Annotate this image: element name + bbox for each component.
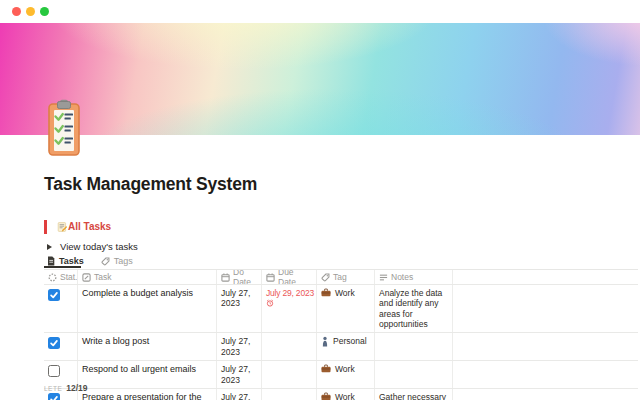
table-row: Respond to all urgent emailsJuly 27, 202…	[44, 361, 638, 389]
column-header-notes[interactable]: Notes	[375, 270, 453, 284]
notes-icon	[379, 273, 388, 282]
briefcase-icon	[321, 392, 331, 400]
table-row: Complete a budget analysisJuly 27, 2023J…	[44, 285, 638, 333]
row-spacer	[453, 285, 638, 332]
status-icon	[48, 273, 57, 282]
page-icon	[47, 256, 55, 266]
tag-cell[interactable]: Work	[317, 285, 375, 332]
task-checkbox[interactable]	[48, 393, 60, 400]
do-date-cell[interactable]: July 27, 2023	[217, 333, 262, 360]
tag-cell[interactable]: Work	[317, 389, 375, 400]
status-cell	[44, 285, 78, 332]
tag-label: Work	[335, 392, 355, 400]
table-header-row: Stat...TaskDo DateDue DateTagNotes	[44, 270, 638, 285]
due-date-cell[interactable]: July 29, 2023	[262, 285, 317, 332]
column-label: Notes	[391, 272, 413, 282]
column-label: Due Date	[278, 270, 312, 284]
tag-icon	[101, 257, 110, 266]
toggle-arrow-icon	[47, 244, 52, 250]
active-tab-underline	[44, 266, 81, 268]
due-date-text: July 29, 2023	[266, 288, 312, 298]
table-footer-calculation[interactable]: LETE 12/19	[44, 383, 88, 393]
column-header-spacer	[453, 270, 638, 284]
page-cover-gradient	[0, 23, 640, 135]
column-header-do_date[interactable]: Do Date	[217, 270, 262, 284]
column-header-tag[interactable]: Tag	[317, 270, 375, 284]
view-todays-tasks-toggle[interactable]: View today's tasks	[47, 241, 138, 252]
due-date-cell[interactable]	[262, 361, 317, 388]
footer-calc-count: 12/19	[66, 383, 87, 393]
zoom-window-button[interactable]	[40, 7, 49, 16]
tag-label: Work	[335, 364, 355, 374]
tag-label: Personal	[333, 336, 367, 346]
clipboard-icon[interactable]	[47, 99, 81, 157]
column-label: Do Date	[233, 270, 257, 284]
row-spacer	[453, 361, 638, 388]
task-cell[interactable]: Respond to all urgent emails	[78, 361, 217, 388]
task-checkbox[interactable]	[48, 289, 60, 301]
due-date-cell[interactable]	[262, 333, 317, 360]
all-tasks-callout[interactable]: All Tasks	[44, 219, 111, 234]
row-spacer	[453, 333, 638, 360]
table-row: Write a blog postJuly 27, 2023Personal	[44, 333, 638, 361]
column-label: Stat...	[60, 272, 78, 282]
column-header-due_date[interactable]: Due Date	[262, 270, 317, 284]
minimize-window-button[interactable]	[26, 7, 35, 16]
callout-accent-bar	[44, 220, 47, 234]
memo-icon	[57, 222, 67, 232]
task-cell[interactable]: Complete a budget analysis	[78, 285, 217, 332]
notion-window: Task Management System All Tasks View to…	[0, 0, 640, 400]
tag-label: Work	[335, 288, 355, 298]
callout-label: All Tasks	[68, 221, 111, 232]
row-spacer	[453, 389, 638, 400]
column-label: Task	[94, 272, 111, 282]
task-checkbox[interactable]	[48, 365, 60, 377]
do-date-cell[interactable]: July 27, 2023	[217, 361, 262, 388]
notes-cell[interactable]	[375, 333, 453, 360]
column-header-status[interactable]: Stat...	[44, 270, 78, 284]
notes-cell[interactable]: Gather necessary	[375, 389, 453, 400]
tag-cell[interactable]: Work	[317, 361, 375, 388]
tab-tags[interactable]: Tags	[101, 255, 133, 267]
tab-label: Tasks	[59, 256, 84, 266]
close-window-button[interactable]	[12, 7, 21, 16]
briefcase-icon	[321, 288, 331, 297]
column-header-task[interactable]: Task	[78, 270, 217, 284]
calendar-icon	[266, 273, 275, 282]
tag-icon	[321, 273, 330, 282]
tasks-table: Stat...TaskDo DateDue DateTagNotes Compl…	[44, 269, 638, 400]
task-checkbox[interactable]	[48, 337, 60, 349]
person-icon	[321, 336, 329, 347]
calendar-icon	[221, 273, 230, 282]
task-cell[interactable]: Prepare a presentation for the meeting	[78, 389, 217, 400]
due-date-cell[interactable]	[262, 389, 317, 400]
tab-label: Tags	[114, 256, 133, 266]
task-cell[interactable]: Write a blog post	[78, 333, 217, 360]
table-row: Prepare a presentation for the meetingJu…	[44, 389, 638, 400]
toggle-label: View today's tasks	[60, 241, 138, 252]
status-cell	[44, 333, 78, 360]
window-titlebar	[0, 0, 640, 23]
column-label: Tag	[333, 272, 347, 282]
page-title[interactable]: Task Management System	[44, 174, 257, 195]
tag-cell[interactable]: Personal	[317, 333, 375, 360]
footer-calc-label: LETE	[44, 385, 62, 392]
alarm-icon	[266, 299, 274, 307]
notes-cell[interactable]: Analyze the data and identify any areas …	[375, 285, 453, 332]
do-date-cell[interactable]: July 27, 2023	[217, 285, 262, 332]
briefcase-icon	[321, 364, 331, 373]
pencil-icon	[82, 273, 91, 282]
notes-cell[interactable]	[375, 361, 453, 388]
do-date-cell[interactable]: July 27,	[217, 389, 262, 400]
